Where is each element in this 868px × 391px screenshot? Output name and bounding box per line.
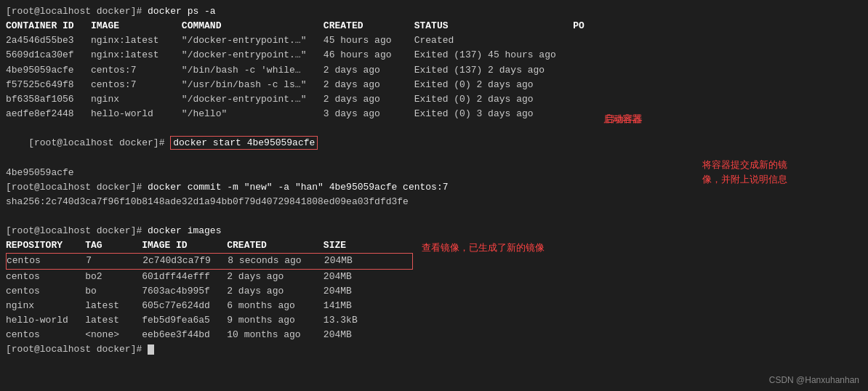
annotation-images: 查看镜像，已生成了新的镜像 bbox=[422, 241, 544, 254]
image-row-6: centos <none> eeb6ee3f44bd 10 months ago… bbox=[6, 328, 862, 342]
image-row-4: nginx latest 605c77e624dd 6 months ago 1… bbox=[6, 299, 862, 313]
image-row-1: centos 7 2c740d3ca7f9 8 seconds ago 204M… bbox=[6, 253, 413, 269]
cursor bbox=[148, 344, 154, 355]
status-exited-1: Exited (137) 45 hours ago bbox=[414, 49, 556, 60]
container-row-6: aedfe8ef2448 hello-world "/hello" 3 days… bbox=[6, 107, 862, 121]
ps-header: CONTAINER ID IMAGE COMMAND CREATED STATU… bbox=[6, 19, 862, 33]
container-row-1: 2a4546d55be3 nginx:latest "/docker-entry… bbox=[6, 33, 862, 48]
final-prompt: [root@localhost docker]# bbox=[6, 342, 862, 357]
annotation-start-text: 启动容器 bbox=[605, 113, 643, 126]
command-images: [root@localhost docker]# docker images bbox=[6, 224, 862, 238]
prompt: [root@localhost docker]# bbox=[6, 6, 148, 17]
annotation-commit-1: 将容器提交成新的镜 bbox=[702, 158, 787, 172]
image-row-5: hello-world latest feb5d9fea6a5 9 months… bbox=[6, 313, 862, 328]
csdn-label: CSDN @Hanxuhanhan bbox=[769, 375, 859, 385]
container-row-5: bf6358af1056 nginx "/docker-entrypoint.…… bbox=[6, 92, 862, 107]
container-row-2: 5609d1ca30ef nginx:latest "/docker-entry… bbox=[6, 48, 862, 63]
container-row-4: f57525c649f8 centos:7 "/usr/bin/bash -c … bbox=[6, 78, 862, 92]
status-exited-5: Exited (0) 3 days ago bbox=[414, 108, 534, 119]
command-ps: [root@localhost docker]# docker ps -a bbox=[6, 4, 862, 19]
status-exited-3: Exited (0) 2 days ago bbox=[414, 79, 534, 90]
terminal: [root@localhost docker]# docker ps -a CO… bbox=[0, 0, 868, 391]
status-exited-2: Exited (137) 2 days ago bbox=[414, 65, 544, 76]
status-exited-4: Exited (0) 2 days ago bbox=[414, 94, 534, 105]
blank-line bbox=[6, 209, 862, 224]
cmd-text: docker ps -a bbox=[148, 6, 216, 17]
annotation-commit-2: 像，并附上说明信息 bbox=[702, 173, 787, 186]
image-row-3: centos bo 7603ac4b995f 2 days ago 204MB bbox=[6, 284, 862, 299]
image-row-2: centos bo2 601dff44efff 2 days ago 204MB bbox=[6, 270, 862, 284]
sha-result: sha256:2c740d3ca7f96f10b8148ade32d1a94bb… bbox=[6, 195, 862, 209]
container-row-3: 4be95059acfe centos:7 "/bin/bash -c 'whi… bbox=[6, 63, 862, 78]
